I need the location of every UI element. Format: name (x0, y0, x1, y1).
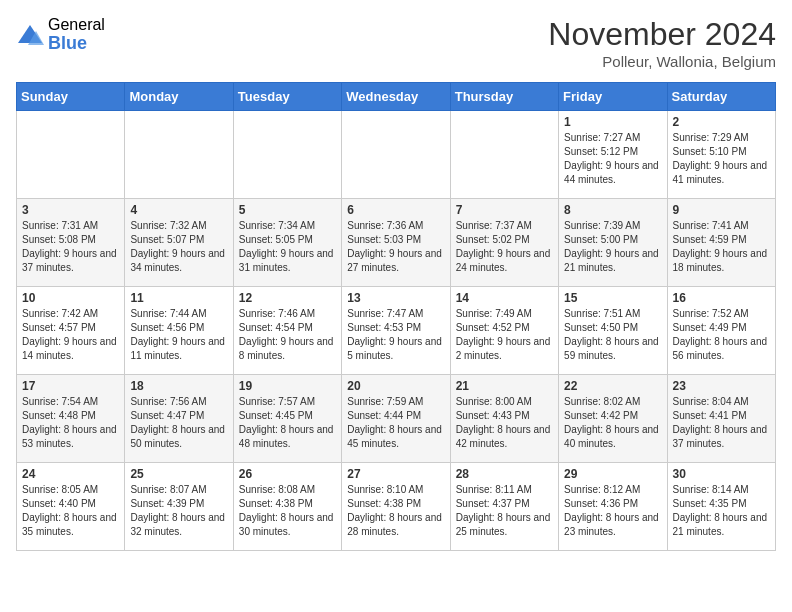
calendar-cell: 18Sunrise: 7:56 AM Sunset: 4:47 PM Dayli… (125, 375, 233, 463)
calendar-cell: 4Sunrise: 7:32 AM Sunset: 5:07 PM Daylig… (125, 199, 233, 287)
calendar-cell: 2Sunrise: 7:29 AM Sunset: 5:10 PM Daylig… (667, 111, 775, 199)
logo-text: General Blue (48, 16, 105, 53)
day-of-week-header: Tuesday (233, 83, 341, 111)
day-info: Sunrise: 7:36 AM Sunset: 5:03 PM Dayligh… (347, 219, 444, 275)
day-info: Sunrise: 8:14 AM Sunset: 4:35 PM Dayligh… (673, 483, 770, 539)
day-info: Sunrise: 7:41 AM Sunset: 4:59 PM Dayligh… (673, 219, 770, 275)
day-info: Sunrise: 8:05 AM Sunset: 4:40 PM Dayligh… (22, 483, 119, 539)
day-of-week-header: Monday (125, 83, 233, 111)
day-number: 28 (456, 467, 553, 481)
calendar-cell (450, 111, 558, 199)
calendar-cell: 12Sunrise: 7:46 AM Sunset: 4:54 PM Dayli… (233, 287, 341, 375)
day-number: 2 (673, 115, 770, 129)
day-number: 22 (564, 379, 661, 393)
calendar-week-row: 24Sunrise: 8:05 AM Sunset: 4:40 PM Dayli… (17, 463, 776, 551)
day-number: 11 (130, 291, 227, 305)
day-number: 26 (239, 467, 336, 481)
day-of-week-header: Friday (559, 83, 667, 111)
day-info: Sunrise: 7:29 AM Sunset: 5:10 PM Dayligh… (673, 131, 770, 187)
calendar-cell (17, 111, 125, 199)
calendar-cell: 15Sunrise: 7:51 AM Sunset: 4:50 PM Dayli… (559, 287, 667, 375)
day-info: Sunrise: 8:02 AM Sunset: 4:42 PM Dayligh… (564, 395, 661, 451)
day-info: Sunrise: 8:00 AM Sunset: 4:43 PM Dayligh… (456, 395, 553, 451)
calendar-cell: 25Sunrise: 8:07 AM Sunset: 4:39 PM Dayli… (125, 463, 233, 551)
day-info: Sunrise: 7:56 AM Sunset: 4:47 PM Dayligh… (130, 395, 227, 451)
day-number: 5 (239, 203, 336, 217)
logo: General Blue (16, 16, 105, 53)
day-number: 21 (456, 379, 553, 393)
calendar-cell: 26Sunrise: 8:08 AM Sunset: 4:38 PM Dayli… (233, 463, 341, 551)
calendar-cell (233, 111, 341, 199)
day-info: Sunrise: 7:57 AM Sunset: 4:45 PM Dayligh… (239, 395, 336, 451)
calendar-cell: 1Sunrise: 7:27 AM Sunset: 5:12 PM Daylig… (559, 111, 667, 199)
day-number: 29 (564, 467, 661, 481)
logo-icon (16, 23, 44, 47)
calendar-cell: 24Sunrise: 8:05 AM Sunset: 4:40 PM Dayli… (17, 463, 125, 551)
calendar-cell: 17Sunrise: 7:54 AM Sunset: 4:48 PM Dayli… (17, 375, 125, 463)
day-info: Sunrise: 7:27 AM Sunset: 5:12 PM Dayligh… (564, 131, 661, 187)
calendar-cell (342, 111, 450, 199)
day-info: Sunrise: 7:51 AM Sunset: 4:50 PM Dayligh… (564, 307, 661, 363)
calendar-cell: 28Sunrise: 8:11 AM Sunset: 4:37 PM Dayli… (450, 463, 558, 551)
day-number: 10 (22, 291, 119, 305)
day-info: Sunrise: 8:07 AM Sunset: 4:39 PM Dayligh… (130, 483, 227, 539)
day-of-week-header: Wednesday (342, 83, 450, 111)
day-number: 30 (673, 467, 770, 481)
day-of-week-header: Saturday (667, 83, 775, 111)
day-number: 9 (673, 203, 770, 217)
day-of-week-header: Sunday (17, 83, 125, 111)
day-number: 1 (564, 115, 661, 129)
day-number: 20 (347, 379, 444, 393)
calendar-cell: 16Sunrise: 7:52 AM Sunset: 4:49 PM Dayli… (667, 287, 775, 375)
day-number: 16 (673, 291, 770, 305)
calendar-cell: 13Sunrise: 7:47 AM Sunset: 4:53 PM Dayli… (342, 287, 450, 375)
day-number: 14 (456, 291, 553, 305)
page-header: General Blue November 2024 Polleur, Wall… (16, 16, 776, 70)
calendar-cell: 22Sunrise: 8:02 AM Sunset: 4:42 PM Dayli… (559, 375, 667, 463)
calendar-week-row: 17Sunrise: 7:54 AM Sunset: 4:48 PM Dayli… (17, 375, 776, 463)
calendar-table: SundayMondayTuesdayWednesdayThursdayFrid… (16, 82, 776, 551)
day-info: Sunrise: 8:08 AM Sunset: 4:38 PM Dayligh… (239, 483, 336, 539)
day-number: 13 (347, 291, 444, 305)
calendar-cell: 8Sunrise: 7:39 AM Sunset: 5:00 PM Daylig… (559, 199, 667, 287)
day-info: Sunrise: 7:34 AM Sunset: 5:05 PM Dayligh… (239, 219, 336, 275)
day-number: 3 (22, 203, 119, 217)
day-number: 27 (347, 467, 444, 481)
calendar-cell: 21Sunrise: 8:00 AM Sunset: 4:43 PM Dayli… (450, 375, 558, 463)
location: Polleur, Wallonia, Belgium (548, 53, 776, 70)
day-info: Sunrise: 7:31 AM Sunset: 5:08 PM Dayligh… (22, 219, 119, 275)
day-number: 19 (239, 379, 336, 393)
calendar-body: 1Sunrise: 7:27 AM Sunset: 5:12 PM Daylig… (17, 111, 776, 551)
calendar-cell: 10Sunrise: 7:42 AM Sunset: 4:57 PM Dayli… (17, 287, 125, 375)
calendar-cell: 11Sunrise: 7:44 AM Sunset: 4:56 PM Dayli… (125, 287, 233, 375)
calendar-cell: 23Sunrise: 8:04 AM Sunset: 4:41 PM Dayli… (667, 375, 775, 463)
day-info: Sunrise: 7:59 AM Sunset: 4:44 PM Dayligh… (347, 395, 444, 451)
calendar-cell: 29Sunrise: 8:12 AM Sunset: 4:36 PM Dayli… (559, 463, 667, 551)
day-info: Sunrise: 8:12 AM Sunset: 4:36 PM Dayligh… (564, 483, 661, 539)
day-number: 24 (22, 467, 119, 481)
day-info: Sunrise: 7:32 AM Sunset: 5:07 PM Dayligh… (130, 219, 227, 275)
day-number: 25 (130, 467, 227, 481)
day-info: Sunrise: 7:37 AM Sunset: 5:02 PM Dayligh… (456, 219, 553, 275)
day-number: 18 (130, 379, 227, 393)
day-info: Sunrise: 8:04 AM Sunset: 4:41 PM Dayligh… (673, 395, 770, 451)
day-number: 8 (564, 203, 661, 217)
day-info: Sunrise: 7:44 AM Sunset: 4:56 PM Dayligh… (130, 307, 227, 363)
day-info: Sunrise: 7:39 AM Sunset: 5:00 PM Dayligh… (564, 219, 661, 275)
day-info: Sunrise: 7:46 AM Sunset: 4:54 PM Dayligh… (239, 307, 336, 363)
day-number: 6 (347, 203, 444, 217)
day-info: Sunrise: 8:11 AM Sunset: 4:37 PM Dayligh… (456, 483, 553, 539)
month-title: November 2024 (548, 16, 776, 53)
day-info: Sunrise: 8:10 AM Sunset: 4:38 PM Dayligh… (347, 483, 444, 539)
day-number: 23 (673, 379, 770, 393)
day-number: 15 (564, 291, 661, 305)
calendar-cell: 3Sunrise: 7:31 AM Sunset: 5:08 PM Daylig… (17, 199, 125, 287)
calendar-cell: 20Sunrise: 7:59 AM Sunset: 4:44 PM Dayli… (342, 375, 450, 463)
logo-general: General (48, 16, 105, 34)
calendar-week-row: 1Sunrise: 7:27 AM Sunset: 5:12 PM Daylig… (17, 111, 776, 199)
day-info: Sunrise: 7:54 AM Sunset: 4:48 PM Dayligh… (22, 395, 119, 451)
day-number: 4 (130, 203, 227, 217)
calendar-cell: 7Sunrise: 7:37 AM Sunset: 5:02 PM Daylig… (450, 199, 558, 287)
day-info: Sunrise: 7:52 AM Sunset: 4:49 PM Dayligh… (673, 307, 770, 363)
calendar-cell: 9Sunrise: 7:41 AM Sunset: 4:59 PM Daylig… (667, 199, 775, 287)
